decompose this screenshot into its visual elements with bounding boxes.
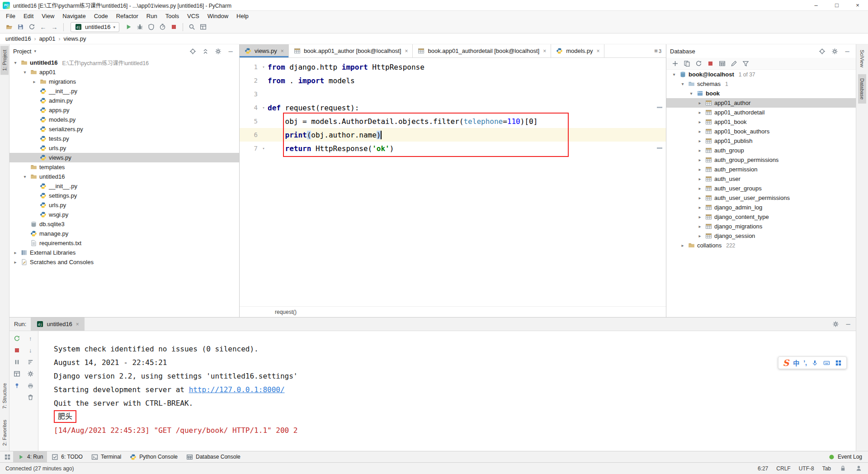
chevron-down-icon[interactable]: ▾: [22, 70, 28, 75]
menu-refactor[interactable]: Refactor: [112, 12, 142, 20]
tool-stripe-1-project[interactable]: 1: Project: [0, 46, 9, 75]
toolwindow-button-database-console[interactable]: Database Console: [182, 451, 245, 462]
ime-punct-toggle[interactable]: ’,: [803, 359, 807, 366]
run-console[interactable]: System check identified no issues (0 sil…: [38, 331, 856, 451]
hector-icon[interactable]: [855, 465, 863, 472]
project-tree-item-admin-py[interactable]: admin.py: [9, 96, 239, 105]
project-tree-item-untitled16[interactable]: ▾untitled16: [9, 172, 239, 181]
chevron-right-icon[interactable]: ▸: [697, 138, 703, 143]
code-line[interactable]: 4▾def request(request):: [240, 101, 666, 114]
database-tree-item-auth-user-groups[interactable]: ▸auth_user_groups: [666, 184, 856, 193]
close-icon[interactable]: ×: [596, 48, 599, 54]
fold-icon[interactable]: ▾: [259, 105, 268, 110]
chevron-right-icon[interactable]: ▸: [697, 148, 703, 153]
stop-icon[interactable]: [705, 59, 715, 69]
settings-icon[interactable]: [830, 46, 840, 56]
tool-stripe-2-favorites[interactable]: 2: Favorites: [0, 416, 9, 450]
line-separator-indicator[interactable]: CRLF: [776, 465, 790, 472]
project-tree-item-scratches-and-consoles[interactable]: ▸Scratches and Consoles: [9, 257, 239, 267]
database-tree-item-app01-authordetail[interactable]: ▸app01_authordetail: [666, 108, 856, 117]
ime-toolbar[interactable]: S 中 ’,: [778, 356, 847, 369]
edit-icon[interactable]: [729, 59, 739, 69]
project-tree-item-app01[interactable]: ▾app01: [9, 67, 239, 77]
database-tree-item-collations[interactable]: ▸collations222: [666, 241, 856, 250]
project-tree-item-serializers-py[interactable]: serializers.py: [9, 124, 239, 134]
project-tree-item-urls-py[interactable]: urls.py: [9, 143, 239, 153]
code-line[interactable]: 5 obj = models.AuthorDetail.objects.filt…: [240, 114, 666, 128]
close-button[interactable]: ×: [847, 0, 868, 10]
breadcrumb-views-py[interactable]: views.py: [64, 35, 86, 42]
lock-icon[interactable]: [839, 465, 847, 472]
fold-icon[interactable]: ▾: [259, 146, 268, 151]
back-icon[interactable]: ←: [38, 22, 49, 33]
database-tree-item-django-migrations[interactable]: ▸django_migrations: [666, 222, 856, 231]
up-icon[interactable]: ↑: [27, 335, 34, 342]
project-panel-title[interactable]: Project: [13, 48, 31, 55]
editor-tab-views-py[interactable]: views.py×: [240, 44, 289, 57]
pause-icon[interactable]: [13, 358, 21, 366]
database-tree-item-schemas[interactable]: ▾schemas1: [666, 79, 856, 89]
menu-file[interactable]: File: [2, 12, 19, 20]
toolwindow-button-python-console[interactable]: Python Console: [125, 451, 182, 462]
chevron-down-icon[interactable]: ▾: [22, 174, 28, 179]
menu-tools[interactable]: Tools: [161, 12, 183, 20]
chevron-right-icon[interactable]: ▸: [31, 79, 38, 84]
chevron-right-icon[interactable]: ▸: [12, 260, 19, 265]
sogou-logo-icon[interactable]: S: [783, 358, 789, 368]
editor-tab-book-app01-authordetail-book-localhost[interactable]: book.app01_authordetail [book@localhost]…: [413, 44, 551, 57]
chevron-right-icon[interactable]: ▸: [697, 119, 703, 124]
chevron-right-icon[interactable]: ▸: [697, 176, 703, 181]
menu-code[interactable]: Code: [90, 12, 112, 20]
project-tree-item-apps-py[interactable]: apps.py: [9, 105, 239, 115]
maximize-button[interactable]: □: [826, 0, 847, 10]
menu-view[interactable]: View: [38, 12, 58, 20]
save-all-icon[interactable]: [15, 22, 26, 33]
chevron-down-icon[interactable]: ▾: [12, 60, 19, 65]
chevron-down-icon[interactable]: ▾: [688, 91, 694, 96]
close-icon[interactable]: ×: [543, 48, 546, 54]
chevron-right-icon[interactable]: ▸: [12, 250, 19, 255]
plus-icon[interactable]: [670, 59, 680, 69]
mic-icon[interactable]: [811, 359, 819, 367]
switcher-icon[interactable]: [4, 453, 11, 461]
database-tree-item-auth-user[interactable]: ▸auth_user: [666, 174, 856, 184]
chevron-right-icon[interactable]: ▸: [697, 205, 703, 210]
chevron-right-icon[interactable]: ▸: [697, 214, 703, 219]
locate-icon[interactable]: [817, 46, 827, 56]
breadcrumb-app01[interactable]: app01: [39, 35, 55, 42]
menu-vcs[interactable]: VCS: [183, 12, 203, 20]
chevron-right-icon[interactable]: ▸: [697, 186, 703, 191]
chevron-right-icon[interactable]: ▸: [697, 129, 703, 134]
database-tree-item-django-session[interactable]: ▸django_session: [666, 231, 856, 241]
pin-icon[interactable]: [13, 382, 21, 389]
code-line[interactable]: 6 print(obj.author.name): [240, 128, 666, 142]
project-tree-item-external-libraries[interactable]: ▸External Libraries: [9, 248, 239, 257]
project-tree-item-migrations[interactable]: ▸migrations: [9, 77, 239, 86]
database-tree-item-django-content-type[interactable]: ▸django_content_type: [666, 212, 856, 222]
menu-edit[interactable]: Edit: [19, 12, 38, 20]
menu-window[interactable]: Window: [203, 12, 232, 20]
database-tree-item-app01-publish[interactable]: ▸app01_publish: [666, 136, 856, 146]
sort-icon[interactable]: [27, 358, 34, 366]
chevron-right-icon[interactable]: ▸: [697, 167, 703, 172]
project-tree-item-templates[interactable]: templates: [9, 162, 239, 172]
stop-icon[interactable]: [168, 22, 179, 33]
chevron-right-icon[interactable]: ▸: [679, 243, 686, 248]
run-config-selector[interactable]: djuntitled16▾: [71, 22, 119, 32]
clear-icon[interactable]: [27, 393, 34, 401]
project-tree-item-wsgi-py[interactable]: wsgi.py: [9, 210, 239, 219]
chevron-right-icon[interactable]: ▸: [697, 233, 703, 238]
filter-icon[interactable]: [741, 59, 750, 69]
editor-tab-book-app01-author-book-localhost[interactable]: book.app01_author [book@localhost]×: [289, 44, 413, 57]
sync-icon[interactable]: [693, 59, 703, 69]
console-link[interactable]: http://127.0.0.1:8000/: [189, 385, 285, 394]
chevron-down-icon[interactable]: ▾: [679, 81, 686, 86]
database-tree-item-auth-user-user-permissions[interactable]: ▸auth_user_user_permissions: [666, 193, 856, 203]
project-tree-item-untitled16[interactable]: ▾untitled16E:\工作\pycharm练习课件\untitled16: [9, 58, 239, 67]
toolwindow-button-6-todo[interactable]: 6: TODO: [47, 451, 87, 462]
stop-icon[interactable]: [13, 346, 21, 354]
project-tree-item-urls-py[interactable]: urls.py: [9, 200, 239, 210]
grid4-icon[interactable]: [835, 359, 842, 367]
breadcrumb-untitled16[interactable]: untitled16: [5, 35, 31, 42]
close-icon[interactable]: ×: [405, 48, 408, 54]
